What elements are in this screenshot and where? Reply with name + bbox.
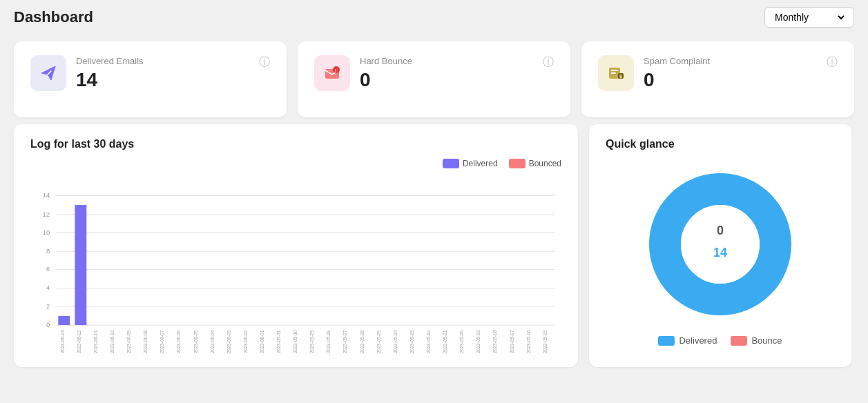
quick-glance-card: Quick glance 0 14 Delivered	[589, 124, 851, 367]
svg-text:2023-06-06: 2023-06-06	[176, 330, 181, 353]
legend-bounced-box	[509, 159, 525, 168]
legend-delivered-box	[443, 159, 459, 168]
svg-text:14: 14	[43, 192, 50, 199]
period-selector[interactable]: Monthly Weekly Daily Yearly	[764, 7, 854, 28]
svg-text:!: !	[335, 68, 336, 73]
svg-text:4: 4	[46, 284, 50, 291]
svg-text:2023-05-27: 2023-05-27	[343, 330, 347, 353]
svg-text:2023-05-29: 2023-05-29	[309, 330, 314, 353]
svg-text:8: 8	[46, 248, 50, 255]
delivered-info-icon[interactable]: ⓘ	[259, 55, 270, 70]
bar-chart-card: Log for last 30 days Delivered Bounced .…	[14, 124, 578, 367]
svg-text:6: 6	[46, 266, 50, 273]
svg-text:2023-06-02: 2023-06-02	[243, 330, 248, 353]
svg-text:0: 0	[46, 322, 50, 328]
legend-delivered: Delivered	[443, 159, 498, 168]
bottom-row: Log for last 30 days Delivered Bounced .…	[0, 124, 868, 381]
chart-title: Log for last 30 days	[30, 138, 561, 150]
svg-text:2023-06-12: 2023-06-12	[77, 330, 81, 353]
quick-glance-legend: Delivered Bounce	[658, 335, 782, 346]
spam-card: $ Spam Complaint 0 ⓘ	[581, 41, 854, 117]
svg-text:2023-06-09: 2023-06-09	[126, 330, 131, 353]
svg-text:$: $	[619, 74, 622, 79]
bar-0	[58, 316, 70, 325]
spam-info-icon[interactable]: ⓘ	[827, 55, 838, 70]
svg-text:2023-06-03: 2023-06-03	[226, 330, 231, 353]
legend-delivered-label: Delivered	[463, 159, 498, 168]
quick-legend-bounce-box	[731, 336, 747, 346]
svg-text:2023-06-08: 2023-06-08	[143, 330, 148, 353]
svg-text:2023-05-26: 2023-05-26	[360, 330, 365, 353]
svg-text:2023-05-21: 2023-05-21	[443, 330, 447, 353]
header: Dashboard Monthly Weekly Daily Yearly	[0, 0, 868, 35]
svg-text:2023-05-17: 2023-05-17	[510, 330, 514, 353]
quick-legend-bounce: Bounce	[731, 335, 782, 346]
svg-text:2: 2	[46, 303, 50, 310]
svg-text:2023-05-24: 2023-05-24	[393, 330, 398, 353]
svg-text:10: 10	[43, 229, 50, 236]
quick-glance-title: Quick glance	[606, 138, 675, 150]
quick-legend-delivered: Delivered	[658, 335, 717, 346]
svg-text:2023-05-20: 2023-05-20	[459, 330, 464, 353]
svg-text:2023-06-05: 2023-06-05	[193, 330, 198, 353]
svg-text:2023-05-23: 2023-05-23	[409, 330, 414, 353]
svg-text:2023-06-04: 2023-06-04	[210, 330, 215, 353]
svg-text:2023-05-19: 2023-05-19	[476, 330, 481, 353]
bounce-icon-wrap: !	[314, 55, 350, 91]
legend-bounced-label: Bounced	[529, 159, 561, 168]
svg-text:12: 12	[43, 211, 50, 218]
spam-value: 0	[644, 69, 710, 91]
bounce-info-icon[interactable]: ⓘ	[543, 55, 554, 70]
svg-text:2023-05-22: 2023-05-22	[426, 330, 431, 353]
bounce-mail-icon: !	[322, 63, 342, 83]
donut-top-label: 0	[717, 224, 724, 237]
quick-legend-delivered-label: Delivered	[679, 335, 717, 346]
svg-text:2023-05-25: 2023-05-25	[376, 330, 381, 353]
quick-legend-delivered-box	[658, 336, 675, 346]
svg-text:2023-06-07: 2023-06-07	[160, 330, 164, 353]
svg-text:2023-05-30: 2023-05-30	[293, 330, 298, 353]
delivered-value: 14	[76, 69, 144, 91]
bar-1	[75, 205, 86, 325]
svg-text:2023-06-10: 2023-06-10	[110, 330, 115, 353]
hard-bounce-card: ! Hard Bounce 0 ⓘ	[298, 41, 570, 117]
stat-cards-row: Delivered Emails 14 ⓘ ! Hard Bo	[0, 35, 868, 124]
spam-label: Spam Complaint	[644, 56, 710, 66]
quick-legend-bounce-label: Bounce	[751, 335, 782, 346]
svg-text:2023-05-28: 2023-05-28	[326, 330, 331, 353]
period-select-input[interactable]: Monthly Weekly Daily Yearly	[772, 11, 847, 23]
delivered-label: Delivered Emails	[76, 56, 144, 66]
svg-text:2023-06-11: 2023-06-11	[93, 330, 98, 353]
page-title: Dashboard	[14, 8, 93, 26]
donut-bottom-label: 14	[713, 246, 727, 259]
svg-text:2023-05-16: 2023-05-16	[526, 330, 531, 353]
svg-text:2023-05-15: 2023-05-15	[543, 330, 548, 353]
svg-text:2023-05-31: 2023-05-31	[276, 330, 281, 353]
chart-legend: Delivered Bounced	[30, 159, 561, 168]
bounce-value: 0	[360, 69, 412, 91]
spam-icon-wrap: $	[598, 55, 634, 91]
delivered-icon-wrap	[30, 55, 66, 91]
spam-icon: $	[606, 63, 626, 83]
donut-svg: 0 14	[637, 161, 803, 327]
paper-plane-icon	[39, 63, 58, 83]
svg-rect-4	[611, 70, 618, 71]
bar-chart-area: .tick-text { font-size: 10px; fill: #999…	[30, 174, 561, 353]
donut-chart: 0 14	[637, 161, 803, 327]
svg-text:2023-05-18: 2023-05-18	[492, 330, 497, 353]
delivered-emails-card: Delivered Emails 14 ⓘ	[14, 41, 287, 117]
legend-bounced: Bounced	[509, 159, 561, 168]
svg-text:2023-06-13: 2023-06-13	[60, 330, 65, 353]
bar-chart-svg: .tick-text { font-size: 10px; fill: #999…	[30, 174, 561, 353]
donut-center	[681, 205, 760, 284]
svg-text:2023-06-01: 2023-06-01	[260, 330, 264, 353]
svg-rect-5	[611, 72, 616, 74]
bounce-label: Hard Bounce	[360, 56, 412, 66]
